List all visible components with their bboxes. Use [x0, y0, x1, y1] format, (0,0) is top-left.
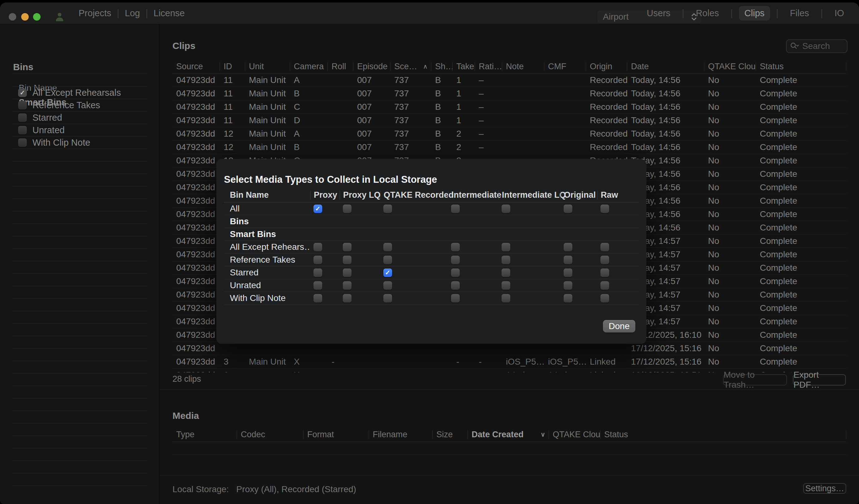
checkbox[interactable]: [314, 281, 322, 290]
checkbox[interactable]: [501, 269, 510, 277]
checkbox[interactable]: [383, 204, 392, 213]
column-header-status[interactable]: Status: [600, 427, 846, 442]
column-header-unit[interactable]: Unit: [245, 59, 290, 74]
column-header-camera[interactable]: Camera: [290, 59, 328, 74]
checkbox[interactable]: [451, 243, 460, 251]
column-header-qtake-cloud[interactable]: QTAKE Cloud: [549, 427, 600, 442]
table-row[interactable]: 047923dd17/12/2025, 15:16NoComplete: [172, 342, 846, 355]
window-close-button[interactable]: [9, 13, 16, 20]
menu-item-projects[interactable]: Projects: [79, 8, 111, 18]
column-header-codec[interactable]: Codec: [237, 427, 303, 442]
checkbox[interactable]: [314, 269, 322, 277]
column-header-origin[interactable]: Origin: [586, 59, 627, 74]
checkbox[interactable]: [343, 281, 351, 290]
column-header-id[interactable]: ID: [220, 59, 245, 74]
tab-io[interactable]: IO: [829, 6, 850, 20]
window-minimize-button[interactable]: [21, 13, 29, 20]
column-header-filename[interactable]: Filename: [369, 427, 433, 442]
checkbox[interactable]: [383, 256, 392, 264]
table-row[interactable]: 047923dd12Main UnitA007737B2–RecordedTod…: [172, 127, 846, 141]
checkbox[interactable]: [451, 204, 460, 213]
column-header-rating[interactable]: Rati…: [475, 59, 502, 74]
checkbox[interactable]: [501, 281, 510, 290]
sidebar-item-with-clip-note[interactable]: With Clip Note: [13, 136, 147, 149]
checkbox[interactable]: ✓: [314, 204, 322, 213]
checkbox[interactable]: ✓: [383, 269, 392, 277]
column-header-date[interactable]: Date: [627, 59, 704, 74]
checkbox[interactable]: [383, 281, 392, 290]
user-icon[interactable]: [55, 12, 64, 22]
column-header-episode[interactable]: Episode: [353, 59, 391, 74]
checkbox[interactable]: [563, 256, 572, 264]
sidebar-item-reference-takes[interactable]: Reference Takes: [13, 99, 147, 111]
checkbox[interactable]: [383, 243, 392, 251]
checkbox[interactable]: [343, 294, 351, 303]
checkbox[interactable]: [563, 281, 572, 290]
table-row[interactable]: 047923dd11Main UnitD007737B1–RecordedTod…: [172, 114, 846, 127]
checkbox[interactable]: [451, 269, 460, 277]
checkbox[interactable]: [501, 243, 510, 251]
column-header-date-created[interactable]: Date Created∨: [468, 427, 549, 442]
column-header-note[interactable]: Note: [502, 59, 544, 74]
checkbox[interactable]: [600, 294, 609, 303]
table-row[interactable]: 047923dd3Main UnitX---iOS_P5…iOS_P5…Link…: [172, 355, 846, 369]
tab-roles[interactable]: Roles: [690, 6, 725, 20]
checkbox[interactable]: [343, 204, 351, 213]
checkbox[interactable]: [501, 256, 510, 264]
column-header-cmf[interactable]: CMF: [544, 59, 586, 74]
checkbox[interactable]: [451, 256, 460, 264]
checkbox[interactable]: [314, 294, 322, 303]
column-header-format[interactable]: Format: [303, 427, 369, 442]
checkbox[interactable]: [600, 243, 609, 251]
table-row[interactable]: 047923dd11Main UnitA007737B1–RecordedTod…: [172, 74, 846, 87]
column-header-qtake-cloud[interactable]: QTAKE Cloud: [704, 59, 756, 74]
column-header-size[interactable]: Size: [433, 427, 468, 442]
column-header-roll[interactable]: Roll: [328, 59, 353, 74]
tab-files[interactable]: Files: [784, 6, 815, 20]
checkbox[interactable]: [501, 204, 510, 213]
sidebar-item-starred[interactable]: Starred: [13, 111, 147, 124]
search-input[interactable]: Search: [786, 39, 847, 53]
checkbox[interactable]: [343, 269, 351, 277]
move-to-trash-button[interactable]: Move to Trash…: [723, 374, 787, 385]
checkbox[interactable]: [383, 294, 392, 303]
checkbox[interactable]: [314, 243, 322, 251]
checkbox[interactable]: [314, 256, 322, 264]
table-row[interactable]: 047923dd11Main UnitC007737B1–RecordedTod…: [172, 101, 846, 114]
checkbox[interactable]: [600, 256, 609, 264]
settings-button[interactable]: Settings…: [803, 483, 846, 494]
column-header-scene[interactable]: Sce…∧: [391, 59, 431, 74]
checkbox[interactable]: [343, 243, 351, 251]
checkbox[interactable]: [18, 126, 27, 134]
checkbox[interactable]: [18, 101, 27, 109]
column-header-status[interactable]: Status: [756, 59, 846, 74]
checkbox[interactable]: [600, 269, 609, 277]
checkbox[interactable]: [600, 204, 609, 213]
menu-item-log[interactable]: Log: [125, 8, 140, 18]
checkbox[interactable]: [18, 138, 27, 147]
column-header-type[interactable]: Type: [172, 427, 237, 442]
checkbox[interactable]: [563, 269, 572, 277]
checkbox[interactable]: [563, 204, 572, 213]
column-header-take[interactable]: Take: [453, 59, 475, 74]
window-zoom-button[interactable]: [33, 13, 41, 20]
checkbox[interactable]: [18, 113, 27, 122]
checkbox[interactable]: [451, 294, 460, 303]
table-row[interactable]: 047923dd11Main UnitB007737B1–RecordedTod…: [172, 87, 846, 101]
checkbox[interactable]: [501, 294, 510, 303]
table-row[interactable]: 047923dd12Main UnitB007737B2–RecordedTod…: [172, 141, 846, 154]
column-header-shot[interactable]: Sh…: [431, 59, 453, 74]
checkbox[interactable]: [343, 256, 351, 264]
sidebar-item-all-except-rehearsals[interactable]: ✓All Except Rehearsals: [13, 87, 147, 99]
checkbox[interactable]: ✓: [18, 89, 27, 97]
checkbox[interactable]: [451, 281, 460, 290]
menu-item-license[interactable]: License: [153, 8, 185, 18]
tab-clips[interactable]: Clips: [739, 6, 770, 20]
done-button[interactable]: Done: [603, 320, 635, 333]
checkbox[interactable]: [600, 281, 609, 290]
export-pdf-button[interactable]: Export PDF…: [793, 374, 846, 385]
sidebar-item-unrated[interactable]: Unrated: [13, 124, 147, 136]
checkbox[interactable]: [563, 294, 572, 303]
column-header-source[interactable]: Source: [172, 59, 220, 74]
tab-users[interactable]: Users: [641, 6, 676, 20]
